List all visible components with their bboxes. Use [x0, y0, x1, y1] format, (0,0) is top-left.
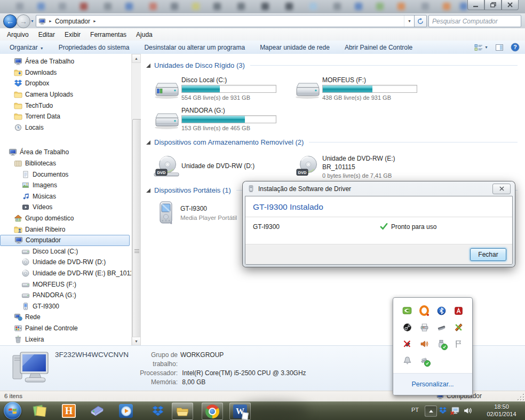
collapse-triangle-icon[interactable]: [146, 64, 150, 68]
sidebar-item-techtudo[interactable]: TechTudo: [0, 100, 131, 111]
back-button[interactable]: ←: [3, 14, 17, 28]
taskbar-windows-explorer[interactable]: [172, 402, 193, 420]
organize-button[interactable]: Organizar▼: [0, 44, 51, 51]
dialog-titlebar[interactable]: Instalação de Software de Driver: [243, 181, 515, 196]
sidebar-item-area-de-trabalho-fav[interactable]: Área de Trabalho: [0, 56, 131, 67]
card-reader-eject-icon[interactable]: [419, 355, 429, 365]
help-button[interactable]: [511, 43, 520, 52]
sidebar-item-documentos[interactable]: Documentos: [0, 169, 131, 180]
start-button[interactable]: [4, 402, 21, 419]
breadcrumb-arrow-icon[interactable]: ►: [93, 19, 97, 23]
personalize-link[interactable]: Personalizar...: [393, 373, 472, 395]
sidebar-item-torrent-data[interactable]: Torrent Data: [0, 111, 131, 122]
sidebar-item-lixeira[interactable]: Lixeira: [0, 334, 131, 345]
preview-pane-button[interactable]: [495, 43, 504, 52]
views-button[interactable]: ▼: [474, 43, 488, 52]
sidebar-item-camera-uploads[interactable]: Camera Uploads: [0, 89, 131, 100]
drive-item-pandora[interactable]: PANDORA (G:) 153 GB livre(s) de 465 GB: [146, 104, 287, 134]
bluetooth-icon[interactable]: [436, 306, 446, 315]
fechar-button[interactable]: Fechar: [470, 248, 506, 261]
address-bar[interactable]: ► Computador ► ▼: [36, 15, 417, 27]
breadcrumb-arrow-icon[interactable]: ►: [49, 19, 52, 23]
adobe-reader-icon[interactable]: [454, 306, 463, 315]
tray-dropbox-icon[interactable]: [439, 406, 447, 416]
taskbar-h-app[interactable]: H: [61, 403, 76, 418]
sidebar-item-rede[interactable]: Rede: [0, 312, 131, 323]
scroll-up-icon[interactable]: ▲: [132, 54, 141, 63]
sidebar-item-morfeus[interactable]: MORFEUS (F:): [0, 279, 131, 290]
sidebar-item-bibliotecas[interactable]: Bibliotecas: [0, 158, 131, 169]
drive-item-morfeus[interactable]: MORFEUS (F:) 438 GB livre(s) de 931 GB: [287, 73, 428, 104]
history-dropdown-icon[interactable]: ▼: [30, 19, 34, 23]
sidebar-item-area-de-trabalho[interactable]: Área de Trabalho: [0, 147, 131, 158]
sidebar-item-computador[interactable]: Computador: [0, 235, 130, 246]
printer-icon[interactable]: [419, 322, 429, 332]
taskbar-media-player[interactable]: [118, 403, 133, 418]
refresh-button[interactable]: [414, 15, 427, 27]
map-network-drive-button[interactable]: Mapear unidade de rede: [252, 44, 337, 51]
sidebar-item-videos[interactable]: Vídeos: [0, 202, 131, 213]
reminder-bell-icon[interactable]: [402, 355, 412, 365]
updater-ring-icon[interactable]: [419, 306, 429, 315]
tray-volume-icon[interactable]: [463, 406, 472, 417]
taskbar-chrome[interactable]: [202, 402, 223, 420]
menu-exibir[interactable]: Exibir: [60, 31, 85, 38]
sidebar-item-daniel-ribeiro[interactable]: Daniel Ribeiro: [0, 224, 131, 235]
open-control-panel-button[interactable]: Abrir Painel de Controle: [337, 44, 420, 51]
window-titlebar[interactable]: [0, 0, 525, 14]
language-indicator[interactable]: PT: [411, 407, 419, 413]
menu-ferramentas[interactable]: Ferramentas: [85, 31, 131, 38]
volume-mixer-icon[interactable]: [419, 339, 429, 348]
steam-icon[interactable]: [402, 322, 412, 332]
sidebar-item-downloads[interactable]: Downloads: [0, 67, 131, 78]
group-header-hard-drives[interactable]: Unidades de Disco Rígido (3): [146, 60, 525, 70]
sidebar-item-painel-de-controle[interactable]: Painel de Controle: [0, 323, 131, 334]
sidebar-item-musicas[interactable]: Músicas: [0, 191, 131, 202]
crossed-x-app-icon[interactable]: [454, 322, 463, 332]
drive-item-c[interactable]: Disco Local (C:) 554 GB livre(s) de 931 …: [146, 73, 287, 104]
sidebar-item-grupo-domestico[interactable]: Grupo doméstico: [0, 213, 131, 224]
resize-grip[interactable]: [518, 394, 524, 400]
sidebar-item-pandora[interactable]: PANDORA (G:): [0, 290, 131, 301]
sidebar-item-dropbox[interactable]: Dropbox: [0, 78, 131, 89]
close-button[interactable]: [502, 0, 519, 10]
sidebar-item-dvd-d[interactable]: Unidade de DVD-RW (D:): [0, 257, 131, 268]
tray-network-icon[interactable]: [450, 406, 460, 417]
group-header-removable[interactable]: Dispositivos com Armazenamento Removível…: [146, 137, 525, 147]
restore-button[interactable]: [484, 0, 502, 10]
breadcrumb[interactable]: Computador: [55, 18, 90, 25]
system-properties-button[interactable]: Propriedades do sistema: [51, 44, 137, 51]
action-center-flag-icon[interactable]: [454, 339, 463, 348]
collapse-triangle-icon[interactable]: [146, 140, 150, 145]
dialog-close-button[interactable]: [492, 184, 511, 194]
taskbar-scanner-app[interactable]: [90, 403, 105, 418]
drive-item-dvd-e[interactable]: Unidade de DVD-RW (E:) BR_101115 0 bytes…: [287, 150, 428, 183]
forward-button[interactable]: →: [17, 14, 30, 28]
search-input[interactable]: [429, 18, 518, 25]
address-dropdown-icon[interactable]: ▼: [404, 15, 415, 27]
uninstall-program-button[interactable]: Desinstalar ou alterar um programa: [137, 44, 252, 51]
taskbar-sticky-notes[interactable]: [32, 403, 47, 418]
sidebar-scrollbar[interactable]: ▲ ▼: [131, 54, 141, 346]
sidebar-item-locais[interactable]: Locais: [0, 122, 131, 133]
scanner-icon[interactable]: [436, 322, 446, 332]
collapse-triangle-icon[interactable]: [146, 188, 150, 193]
tray-clock[interactable]: 18:50 02/01/2014: [480, 403, 523, 418]
sidebar-item-imagens[interactable]: Imagens: [0, 180, 131, 191]
show-hidden-icons-button[interactable]: [425, 406, 437, 417]
menu-ajuda[interactable]: Ajuda: [131, 31, 157, 38]
menu-arquivo[interactable]: Arquivo: [2, 31, 34, 38]
search-box[interactable]: [428, 15, 521, 27]
safely-remove-hardware-icon[interactable]: [436, 339, 446, 348]
taskbar-word[interactable]: W: [229, 402, 251, 420]
taskbar-dropbox[interactable]: [150, 403, 165, 418]
nvidia-settings-icon[interactable]: [402, 306, 412, 315]
sidebar-item-disco-local-c[interactable]: Disco Local (C:): [0, 246, 131, 257]
scroll-down-icon[interactable]: ▼: [132, 337, 141, 346]
device-disabled-icon[interactable]: [402, 339, 412, 348]
drive-item-dvd-d[interactable]: Unidade de DVD-RW (D:): [146, 150, 287, 183]
menu-editar[interactable]: Editar: [34, 31, 60, 38]
sidebar-item-gt-i9300[interactable]: GT-I9300: [0, 300, 131, 312]
minimize-button[interactable]: [467, 0, 484, 10]
sidebar-item-dvd-e[interactable]: Unidade de DVD-RW (E:) BR_101115: [0, 268, 131, 279]
